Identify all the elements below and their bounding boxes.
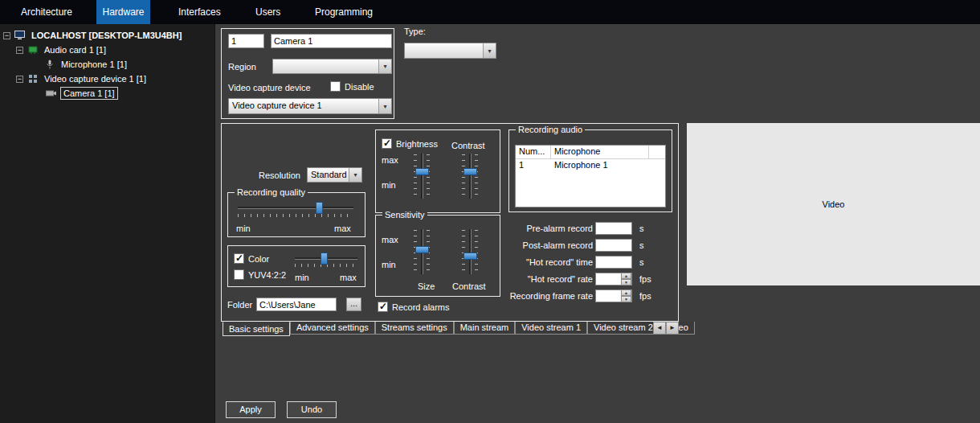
recording-frame-rate-unit: fps (639, 291, 651, 301)
slider-handle[interactable] (321, 253, 328, 265)
tree-item-label: Camera 1 [1] (60, 87, 118, 100)
pre-alarm-record-label: Pre-alarm record (496, 224, 593, 233)
color-checkbox[interactable] (234, 253, 244, 264)
recording-quality-group: Recording quality min max (227, 192, 365, 237)
tree-item-localhost[interactable]: − LOCALHOST [DESKTOP-LM3U4BH] (3, 28, 184, 43)
min-label: min (382, 180, 396, 190)
app-window: Architecture Hardware Interfaces Users P… (0, 0, 980, 423)
collapse-icon[interactable]: − (3, 32, 10, 39)
folder-browse-button[interactable]: ... (346, 298, 361, 311)
min-label: min (236, 224, 251, 233)
recording-audio-title: Recording audio (516, 125, 585, 135)
pre-alarm-record-unit: s (639, 224, 644, 233)
spinner-down-icon[interactable]: ▼ (621, 279, 631, 285)
tab-advanced-settings[interactable]: Advanced settings (290, 322, 375, 335)
folder-label: Folder (227, 300, 252, 310)
post-alarm-record-input[interactable] (595, 239, 632, 252)
tab-video-stream-2[interactable]: Video stream 2 (587, 322, 659, 335)
collapse-icon[interactable]: − (16, 47, 23, 54)
brightness-label: Brightness (396, 139, 438, 149)
capture-device-combo-value: Video capture device 1 (229, 99, 378, 113)
color-slider[interactable] (292, 253, 361, 267)
video-preview-panel: Video (687, 123, 980, 285)
hot-record-time-input[interactable] (595, 256, 632, 269)
tree-item-microphone[interactable]: Microphone 1 [1] (43, 57, 129, 72)
disable-checkbox[interactable] (330, 81, 341, 92)
max-label: max (340, 273, 357, 282)
tree-item-camera[interactable]: Camera 1 [1] (45, 86, 118, 101)
brightness-checkbox[interactable] (382, 138, 392, 149)
sensitivity-group: Sensitivity max min Size Contrast (375, 215, 500, 297)
sensitivity-contrast-label: Contrast (452, 281, 486, 291)
collapse-icon[interactable]: − (16, 76, 23, 83)
nav-tab-programming[interactable]: Programming (307, 0, 381, 24)
tree-item-label: Video capture device 1 [1] (42, 73, 149, 84)
type-label: Type: (404, 27, 426, 36)
hot-record-rate-spinner: ▲ ▼ (621, 273, 631, 285)
chevron-down-icon[interactable]: ▾ (378, 99, 391, 113)
region-combo[interactable]: ▾ (272, 59, 392, 74)
pre-alarm-record-input[interactable] (595, 222, 632, 235)
computer-icon (14, 31, 26, 40)
apply-button[interactable]: Apply (226, 401, 276, 418)
spinner-up-icon[interactable]: ▲ (621, 273, 631, 279)
spinner-up-icon[interactable]: ▲ (621, 290, 631, 296)
nav-tab-architecture[interactable]: Architecture (13, 0, 80, 24)
post-alarm-record-label: Post-alarm record (496, 240, 593, 250)
column-header-microphone[interactable]: Microphone (551, 146, 649, 158)
tab-basic-settings[interactable]: Basic settings (223, 322, 290, 336)
sensitivity-size-slider[interactable] (412, 227, 431, 277)
chevron-down-icon[interactable]: ▾ (483, 43, 496, 58)
chevron-down-icon[interactable]: ▾ (378, 60, 391, 73)
slider-handle[interactable] (415, 246, 429, 253)
slider-handle[interactable] (316, 202, 323, 214)
slider-handle[interactable] (463, 253, 477, 260)
record-alarms-checkbox-row: Record alarms (378, 302, 450, 312)
tree-item-video-capture-device[interactable]: − Video capture device 1 [1] (16, 72, 149, 86)
recording-audio-group: Recording audio Num... Microphone 1 Micr… (508, 129, 672, 212)
nav-tab-hardware[interactable]: Hardware (96, 0, 150, 24)
slider-handle[interactable] (463, 168, 477, 175)
tab-scroll-right-icon[interactable]: ► (666, 322, 679, 335)
region-label: Region (228, 62, 256, 72)
settings-tabstrip: Basic settings Advanced settings Streams… (223, 322, 695, 336)
nav-tab-interfaces[interactable]: Interfaces (170, 0, 229, 24)
color-checkbox-row: Color (234, 253, 269, 264)
tab-streams-settings[interactable]: Streams settings (375, 322, 454, 335)
resolution-label: Resolution (259, 170, 300, 180)
column-header-number[interactable]: Num... (516, 146, 551, 158)
sensitivity-contrast-slider[interactable] (460, 227, 480, 277)
record-alarms-checkbox[interactable] (378, 302, 388, 312)
resolution-combo[interactable]: Standard ▾ (307, 167, 362, 183)
brightness-checkbox-row: Brightness (382, 138, 438, 149)
device-id-input[interactable] (228, 34, 264, 48)
undo-button[interactable]: Undo (287, 401, 337, 418)
min-label: min (382, 260, 396, 269)
type-combo[interactable]: ▾ (404, 43, 496, 59)
nav-tab-users[interactable]: Users (247, 0, 288, 24)
tree-item-audio-card[interactable]: − Audio card 1 [1] (16, 43, 108, 57)
yuv-checkbox[interactable] (234, 269, 244, 280)
slider-handle[interactable] (415, 168, 429, 175)
chevron-down-icon[interactable]: ▾ (349, 168, 361, 182)
brightness-slider[interactable] (412, 151, 431, 201)
max-label: max (334, 224, 351, 233)
folder-input[interactable] (256, 298, 337, 311)
capture-device-combo[interactable]: Video capture device 1 ▾ (228, 98, 392, 114)
disable-label: Disable (345, 82, 374, 92)
tab-scroll-left-icon[interactable]: ◄ (653, 322, 666, 335)
camera-icon (45, 89, 57, 97)
spinner-down-icon[interactable]: ▼ (621, 296, 631, 302)
audio-card-icon (27, 45, 39, 55)
tab-main-stream[interactable]: Main stream (454, 322, 516, 335)
min-label: min (295, 273, 309, 282)
contrast-slider[interactable] (460, 151, 480, 201)
region-combo-value (273, 60, 378, 73)
recording-frame-rate-spinner: ▲ ▼ (621, 290, 631, 302)
resolution-combo-value: Standard (308, 168, 349, 182)
tab-video-stream-1[interactable]: Video stream 1 (515, 322, 587, 335)
device-name-input[interactable] (271, 34, 392, 48)
post-alarm-record-unit: s (639, 240, 644, 250)
recording-quality-slider[interactable] (235, 202, 357, 217)
table-row[interactable]: 1 Microphone 1 (516, 159, 665, 173)
